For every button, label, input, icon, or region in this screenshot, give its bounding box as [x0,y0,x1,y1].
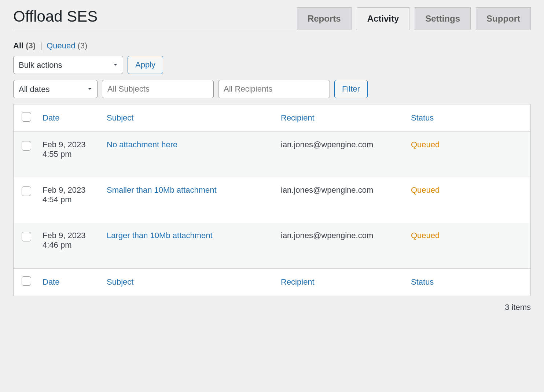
filter-button[interactable]: Filter [334,80,368,98]
tab-reports[interactable]: Reports [297,7,352,30]
bulk-actions-select[interactable]: Bulk actions [13,56,123,74]
row-checkbox[interactable] [22,186,31,196]
row-status: Queued [411,185,440,195]
view-all-count: (3) [26,41,36,50]
footer-recipient[interactable]: Recipient [281,277,315,286]
view-separator: | [38,41,44,50]
table-row: Feb 9, 2023 4:54 pm Smaller than 10Mb at… [14,177,531,223]
tab-support[interactable]: Support [476,7,531,30]
row-recipient: ian.jones@wpengine.com [276,223,406,269]
row-date: Feb 9, 2023 [43,231,85,240]
row-time: 4:55 pm [43,149,72,159]
row-recipient: ian.jones@wpengine.com [276,177,406,223]
select-all-checkbox[interactable] [22,112,31,122]
header-status[interactable]: Status [411,113,434,122]
row-status: Queued [411,231,440,240]
dates-select[interactable]: All dates [13,80,98,98]
recipients-input[interactable] [218,80,330,98]
footer-status[interactable]: Status [411,277,434,286]
footer-date[interactable]: Date [43,277,59,286]
table-row: Feb 9, 2023 4:46 pm Larger than 10Mb att… [14,223,531,269]
view-queued-count: (3) [78,41,88,50]
items-count: 3 items [13,303,531,312]
row-recipient: ian.jones@wpengine.com [276,132,406,178]
view-queued-label: Queued [47,41,75,50]
footer-subject[interactable]: Subject [107,277,133,286]
header-date[interactable]: Date [43,113,59,122]
row-checkbox[interactable] [22,232,31,241]
row-time: 4:46 pm [43,240,72,249]
view-all-label: All [13,41,23,50]
select-all-checkbox-footer[interactable] [22,276,31,286]
table-row: Feb 9, 2023 4:55 pm No attachment here i… [14,132,531,178]
activity-table: Date Subject Recipient Status Feb 9, 202… [13,104,531,296]
header-recipient[interactable]: Recipient [281,113,315,122]
row-subject-link[interactable]: No attachment here [107,140,177,149]
tab-activity[interactable]: Activity [357,7,410,30]
row-checkbox[interactable] [22,141,31,151]
row-subject-link[interactable]: Larger than 10Mb attachment [107,231,213,240]
page-title: Offload SES [13,8,98,25]
apply-button[interactable]: Apply [128,56,163,74]
row-subject-link[interactable]: Smaller than 10Mb attachment [107,185,217,195]
tab-settings[interactable]: Settings [415,7,471,30]
row-date: Feb 9, 2023 [43,140,85,149]
row-status: Queued [411,140,440,149]
tabs: Reports Activity Settings Support [297,7,531,30]
view-filters: All (3) | Queued (3) [13,41,531,51]
subjects-input[interactable] [102,80,214,98]
row-date: Feb 9, 2023 [43,185,85,195]
row-time: 4:54 pm [43,195,72,204]
view-queued[interactable]: Queued (3) [47,41,87,50]
header-subject[interactable]: Subject [107,113,133,122]
view-all[interactable]: All (3) [13,41,38,50]
